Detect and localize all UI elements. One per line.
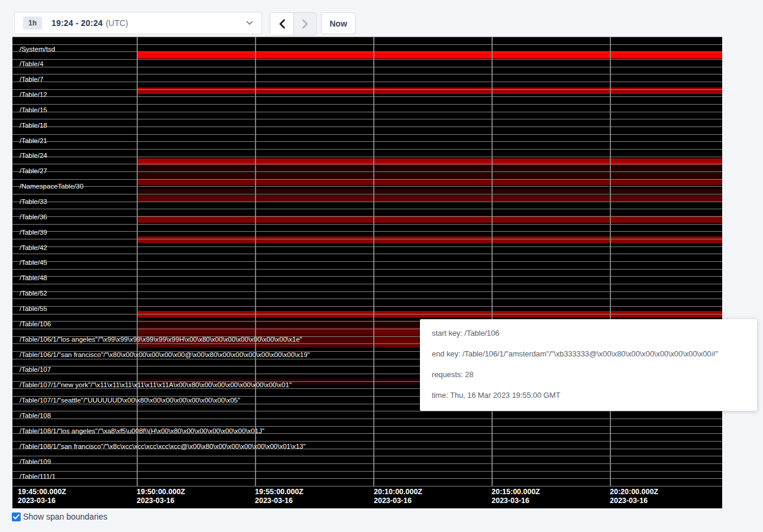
row-label: /Table/36 bbox=[20, 213, 47, 221]
heat-band bbox=[137, 52, 722, 59]
span-boundary-line bbox=[12, 411, 722, 411]
row-label: /Table/27 bbox=[20, 167, 47, 175]
row-label: /Table/109 bbox=[20, 458, 51, 466]
x-axis-tick: 19:45:00.000Z2023-03-16 bbox=[18, 488, 66, 505]
tick-date: 2023-03-16 bbox=[610, 497, 658, 505]
row-label: /Table/42 bbox=[20, 244, 47, 252]
row-label: /Table/7 bbox=[20, 76, 43, 83]
x-axis-tick: 19:55:00.000Z2023-03-16 bbox=[255, 488, 303, 505]
span-boundary-line bbox=[12, 157, 722, 157]
time-range-text: 19:24 - 20:24(UTC) bbox=[51, 18, 128, 28]
time-gridline bbox=[610, 37, 611, 486]
span-boundary-line bbox=[12, 44, 722, 45]
row-label: /Table/106/1/"los angeles"/"\x99\x99\x99… bbox=[20, 336, 302, 343]
span-boundary-line bbox=[12, 239, 722, 239]
time-gridline bbox=[373, 37, 374, 486]
row-label: /Table/48 bbox=[20, 274, 47, 282]
span-boundary-line bbox=[12, 299, 722, 299]
heat-band bbox=[137, 171, 722, 178]
row-label: /Table/108/1/"san francisco"/"\x8c\xcc\x… bbox=[20, 443, 306, 450]
span-boundary-line bbox=[12, 419, 722, 419]
span-boundary-line bbox=[12, 231, 722, 232]
row-label: /Table/108 bbox=[20, 412, 51, 420]
span-boundary-line bbox=[12, 164, 722, 164]
tick-date: 2023-03-16 bbox=[492, 497, 540, 505]
span-boundary-line bbox=[12, 441, 722, 442]
tick-date: 2023-03-16 bbox=[374, 497, 422, 505]
now-button[interactable]: Now bbox=[321, 12, 355, 34]
row-label: /Table/106 bbox=[20, 320, 51, 328]
span-boundary-line bbox=[12, 426, 722, 427]
span-boundary-line bbox=[12, 89, 722, 90]
span-boundary-line bbox=[12, 96, 722, 97]
span-boundary-line bbox=[12, 291, 722, 292]
span-boundary-line bbox=[12, 471, 722, 472]
tick-time: 19:50:00.000Z bbox=[137, 488, 185, 497]
next-time-button[interactable] bbox=[293, 13, 316, 35]
tick-date: 2023-03-16 bbox=[18, 497, 66, 505]
span-boundary-line bbox=[12, 194, 722, 194]
row-label: /Table/55 bbox=[20, 305, 47, 313]
time-range-preset-chip: 1h bbox=[23, 17, 42, 30]
span-boundary-line bbox=[12, 186, 722, 187]
row-label: /Table/45 bbox=[20, 259, 47, 267]
row-label: /Table/107 bbox=[20, 366, 51, 374]
time-nav-group bbox=[270, 12, 317, 35]
tick-date: 2023-03-16 bbox=[137, 497, 185, 505]
row-label: /Table/106/1/"san francisco"/"\x80\x00\x… bbox=[20, 351, 310, 359]
show-span-boundaries-checkbox[interactable] bbox=[12, 512, 21, 521]
tooltip-line: time: Thu, 16 Mar 2023 19:55:00 GMT bbox=[432, 391, 757, 400]
span-boundary-line bbox=[12, 224, 722, 225]
span-boundary-line bbox=[12, 456, 722, 456]
row-label: /Table/111/1 bbox=[20, 473, 56, 481]
key-visualizer-heatmap[interactable]: /System/tsd/Table/4/Table/7/Table/12/Tab… bbox=[12, 37, 722, 508]
span-boundary-line bbox=[12, 254, 722, 254]
x-axis-tick: 19:50:00.000Z2023-03-16 bbox=[137, 488, 185, 505]
row-label: /Table/52 bbox=[20, 290, 47, 297]
chevron-left-icon bbox=[278, 19, 286, 29]
row-label: /System/tsd bbox=[20, 46, 55, 53]
span-boundary-line bbox=[12, 119, 722, 119]
prev-time-button[interactable] bbox=[270, 13, 293, 35]
x-axis-tick: 20:20:00.000Z2023-03-16 bbox=[610, 488, 658, 505]
hover-tooltip: start key: /Table/106end key: /Table/106… bbox=[420, 319, 757, 411]
heat-band bbox=[137, 195, 722, 202]
span-boundary-line bbox=[12, 134, 722, 135]
span-boundary-line bbox=[12, 59, 722, 60]
span-boundary-line bbox=[12, 104, 722, 105]
row-label: /Table/24 bbox=[20, 152, 47, 160]
tick-date: 2023-03-16 bbox=[255, 497, 303, 505]
span-boundary-line bbox=[12, 179, 722, 180]
heat-band bbox=[137, 87, 722, 94]
span-boundary-line bbox=[12, 51, 722, 52]
span-boundary-line bbox=[12, 74, 722, 74]
span-boundary-line bbox=[12, 269, 722, 270]
span-boundary-line bbox=[12, 37, 722, 37]
heat-band bbox=[137, 166, 722, 172]
heat-band bbox=[137, 236, 722, 243]
row-label: /Table/107/1/"new york"/"\x11\x11\x11\x1… bbox=[20, 381, 292, 389]
span-boundary-line bbox=[12, 141, 722, 142]
row-label: /Table/18 bbox=[20, 122, 47, 129]
row-label: /Table/21 bbox=[20, 137, 47, 145]
checkmark-icon bbox=[13, 514, 20, 520]
tooltip-line: start key: /Table/106 bbox=[432, 329, 757, 338]
span-boundary-line bbox=[12, 246, 722, 247]
tick-time: 20:10:00.000Z bbox=[374, 488, 422, 497]
chevron-right-icon bbox=[301, 19, 309, 29]
span-boundary-line bbox=[12, 149, 722, 150]
span-boundary-line bbox=[12, 276, 722, 277]
span-boundary-line bbox=[12, 306, 722, 307]
span-boundary-line bbox=[12, 202, 722, 202]
span-boundary-line bbox=[12, 171, 722, 172]
row-label: /Table/4 bbox=[20, 60, 43, 68]
chevron-down-icon bbox=[246, 21, 253, 25]
x-axis-tick: 20:10:00.000Z2023-03-16 bbox=[374, 488, 422, 505]
tooltip-line: requests: 28 bbox=[432, 370, 757, 379]
time-range-select[interactable]: 1h 19:24 - 20:24(UTC) bbox=[14, 12, 262, 34]
span-boundary-line bbox=[12, 463, 722, 464]
x-axis-tick: 20:15:00.000Z2023-03-16 bbox=[492, 488, 540, 505]
row-label: /Table/39 bbox=[20, 229, 47, 236]
row-label: /Table/33 bbox=[20, 198, 47, 206]
span-boundary-line bbox=[12, 126, 722, 127]
